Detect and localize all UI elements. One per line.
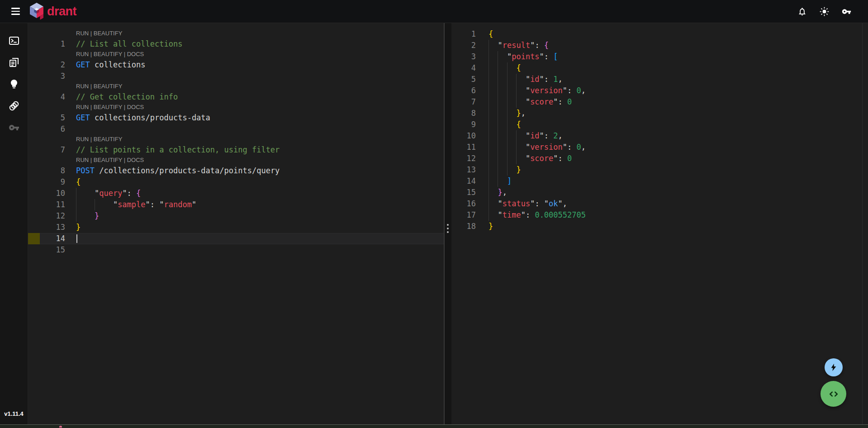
- sidebar-item-console-icon[interactable]: [9, 35, 19, 46]
- code-text: "query": {: [76, 188, 141, 199]
- code-line-1[interactable]: 1{: [451, 29, 868, 40]
- code-text: }: [489, 164, 521, 176]
- codelens-separator: |: [122, 104, 127, 110]
- code-text: // Get collection info: [76, 91, 178, 103]
- code-line-2[interactable]: 2GET collections: [28, 59, 444, 71]
- code-line-16[interactable]: 16 "status": "ok",: [451, 198, 868, 209]
- line-number: 7: [451, 96, 476, 108]
- code-line-3[interactable]: 3: [28, 71, 444, 82]
- codelens-row: RUN | BEAUTIFY | DOCS: [28, 103, 444, 112]
- code-line-11[interactable]: 11 "version": 0,: [451, 142, 868, 153]
- codelens-beautify-link[interactable]: BEAUTIFY: [94, 51, 122, 57]
- qdrant-logo[interactable]: drant: [28, 2, 76, 20]
- lightning-bolt-icon: [829, 363, 838, 372]
- result-editor[interactable]: 1{2 "result": {3 "points": [4 {5 "id": 1…: [451, 29, 868, 232]
- text-cursor: [76, 234, 77, 243]
- code-line-9[interactable]: 9{: [28, 176, 444, 188]
- resizer-handle-icon[interactable]: [447, 224, 449, 235]
- sidebar-item-collections-icon[interactable]: [9, 57, 19, 68]
- code-line-13[interactable]: 13}: [28, 222, 444, 233]
- bottom-pink-fragment: [59, 426, 62, 428]
- code-line-3[interactable]: 3 "points": [: [451, 51, 868, 62]
- theme-brightness-icon[interactable]: [820, 7, 829, 16]
- codelens-separator: |: [89, 157, 94, 163]
- line-number: 14: [451, 176, 476, 187]
- code-text: // List points in a collection, using fi…: [76, 144, 280, 156]
- code-line-2[interactable]: 2 "result": {: [451, 40, 868, 51]
- hamburger-menu-icon[interactable]: [11, 8, 20, 15]
- code-line-8[interactable]: 8POST /collections/products-data/points/…: [28, 165, 444, 176]
- codelens-row: RUN | BEAUTIFY: [28, 82, 444, 91]
- result-panel: 1{2 "result": {3 "points": [4 {5 "id": 1…: [451, 23, 868, 424]
- codelens-run-link[interactable]: RUN: [76, 83, 89, 90]
- code-line-17[interactable]: 17 "time": 0.000552705: [451, 209, 868, 221]
- codelens-run-link[interactable]: RUN: [76, 104, 89, 110]
- line-number: 13: [37, 222, 65, 233]
- codelens-beautify-link[interactable]: BEAUTIFY: [94, 157, 122, 163]
- code-line-7[interactable]: 7 "score": 0: [451, 96, 868, 108]
- code-text: {: [489, 119, 521, 130]
- line-number: 4: [37, 91, 65, 103]
- qdrant-cube-icon: [28, 2, 45, 20]
- panel-resizer[interactable]: [445, 23, 451, 424]
- code-text: }: [489, 221, 493, 232]
- code-text: }: [76, 210, 99, 222]
- code-brackets-icon: [828, 388, 840, 400]
- codelens-run-link[interactable]: RUN: [76, 136, 89, 143]
- console-editor[interactable]: RUN | BEAUTIFY1// List all collectionsRU…: [28, 23, 445, 424]
- codelens-run-link[interactable]: RUN: [76, 51, 89, 57]
- sidebar-item-tutorial-icon[interactable]: [9, 79, 19, 90]
- codelens-beautify-link[interactable]: BEAUTIFY: [94, 30, 123, 37]
- code-line-13[interactable]: 13 }: [451, 164, 868, 176]
- code-line-9[interactable]: 9 {: [451, 119, 868, 130]
- code-line-1[interactable]: 1// List all collections: [28, 38, 444, 50]
- codelens-beautify-link[interactable]: BEAUTIFY: [94, 83, 123, 90]
- line-number: 16: [451, 198, 476, 209]
- code-line-8[interactable]: 8 },: [451, 108, 868, 119]
- code-line-14[interactable]: 14: [28, 233, 444, 244]
- sidebar-item-api-keys-icon[interactable]: [9, 122, 19, 133]
- code-line-12[interactable]: 12 "score": 0: [451, 153, 868, 164]
- code-line-5[interactable]: 5GET collections/products-data: [28, 112, 444, 124]
- code-text: },: [489, 187, 507, 198]
- codelens-separator: |: [122, 51, 127, 57]
- code-line-10[interactable]: 10 "query": {: [28, 188, 444, 199]
- code-line-15[interactable]: 15: [28, 244, 444, 256]
- code-line-10[interactable]: 10 "id": 2,: [451, 130, 868, 142]
- code-line-7[interactable]: 7// List points in a collection, using f…: [28, 144, 444, 156]
- codelens-row: RUN | BEAUTIFY: [28, 29, 444, 38]
- codelens-docs-link[interactable]: DOCS: [127, 104, 144, 110]
- code-line-5[interactable]: 5 "id": 1,: [451, 74, 868, 85]
- line-number: 17: [451, 209, 476, 221]
- codelens-docs-link[interactable]: DOCS: [127, 51, 144, 57]
- code-line-11[interactable]: 11 "sample": "random": [28, 199, 444, 210]
- sidebar: v1.11.4: [0, 23, 28, 424]
- codelens-beautify-link[interactable]: BEAUTIFY: [94, 136, 123, 143]
- line-number: 18: [451, 221, 476, 232]
- sidebar-item-datasets-icon[interactable]: [9, 100, 19, 111]
- run-bolt-fab[interactable]: [825, 358, 843, 376]
- main-layout: v1.11.4 RUN | BEAUTIFY1// List all colle…: [0, 23, 868, 424]
- codelens-row: RUN | BEAUTIFY | DOCS: [28, 50, 444, 59]
- notifications-bell-icon[interactable]: [797, 7, 807, 16]
- code-line-4[interactable]: 4 {: [451, 62, 868, 74]
- codelens-docs-link[interactable]: DOCS: [127, 157, 144, 163]
- codelens-run-link[interactable]: RUN: [76, 157, 89, 163]
- code-snippets-fab[interactable]: [821, 381, 846, 407]
- code-line-12[interactable]: 12 }: [28, 210, 444, 222]
- code-text: "score": 0: [489, 153, 572, 164]
- code-line-6[interactable]: 6 "version": 0,: [451, 85, 868, 96]
- code-line-6[interactable]: 6: [28, 124, 444, 135]
- code-line-15[interactable]: 15 },: [451, 187, 868, 198]
- code-text: "id": 1,: [489, 74, 563, 85]
- api-key-icon[interactable]: [842, 7, 851, 16]
- code-line-4[interactable]: 4// Get collection info: [28, 91, 444, 103]
- code-text: GET collections/products-data: [76, 112, 210, 124]
- line-number: 4: [451, 62, 476, 74]
- brand-text: drant: [47, 5, 76, 19]
- codelens-run-link[interactable]: RUN: [76, 30, 89, 37]
- code-line-14[interactable]: 14 ]: [451, 176, 868, 187]
- code-line-18[interactable]: 18}: [451, 221, 868, 232]
- codelens-beautify-link[interactable]: BEAUTIFY: [94, 104, 122, 110]
- codelens-row: RUN | BEAUTIFY: [28, 135, 444, 144]
